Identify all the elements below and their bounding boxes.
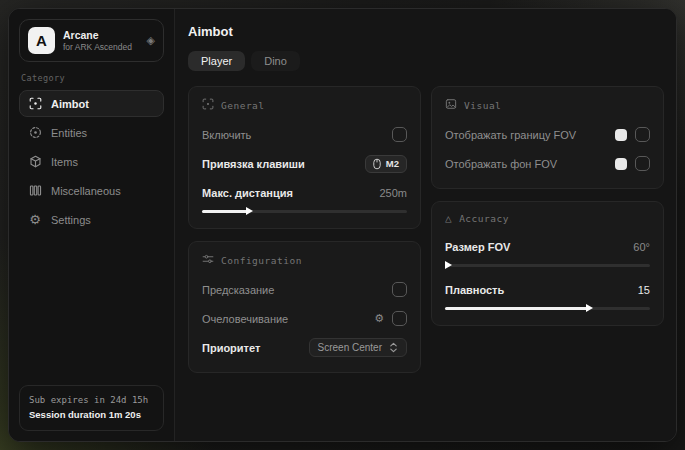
row-keybind: Привязка клавиши M2 bbox=[202, 152, 407, 175]
panel-visual-header: Visual bbox=[445, 98, 650, 112]
panel-general: General Включить Привязка клавиши M2 bbox=[188, 86, 421, 229]
sidebar-item-label: Items bbox=[51, 156, 78, 168]
panel-configuration-header: Configuration bbox=[202, 253, 407, 267]
sidebar-item-label: Settings bbox=[51, 214, 91, 226]
brand-text: Arcane for ARK Ascended bbox=[63, 29, 139, 53]
triangle-icon: △ bbox=[445, 213, 452, 224]
keybind-button[interactable]: M2 bbox=[365, 155, 407, 173]
panel-accuracy-header: △ Accuracy bbox=[445, 213, 650, 224]
sidebar-nav: Aimbot Entities Items Miscellaneous bbox=[19, 90, 164, 233]
sidebar-item-settings[interactable]: ⚙ Settings bbox=[19, 206, 164, 233]
panel-title: Visual bbox=[464, 100, 501, 111]
smoothness-slider[interactable] bbox=[445, 304, 650, 312]
smoothness-label: Плавность bbox=[445, 284, 638, 296]
sidebar-item-miscellaneous[interactable]: Miscellaneous bbox=[19, 177, 164, 204]
sidebar: A Arcane for ARK Ascended ◈ Category Aim… bbox=[9, 9, 175, 441]
slider-fill bbox=[445, 307, 589, 310]
brand-subtitle: for ARK Ascended bbox=[63, 42, 139, 53]
main-content: Aimbot Player Dino General Включить bbox=[175, 9, 676, 441]
panel-general-header: General bbox=[202, 98, 407, 112]
fov-background-checkbox[interactable] bbox=[635, 156, 650, 171]
priority-value: Screen Center bbox=[318, 342, 382, 353]
row-fov-border: Отображать границу FOV bbox=[445, 123, 650, 146]
page-title: Aimbot bbox=[188, 24, 664, 39]
prediction-label: Предсказание bbox=[202, 284, 392, 296]
sidebar-item-aimbot[interactable]: Aimbot bbox=[19, 90, 164, 117]
humanization-label: Очеловечивание bbox=[202, 313, 374, 325]
row-humanization: Очеловечивание ⚙ bbox=[202, 307, 407, 330]
brand-logo: A bbox=[28, 27, 55, 54]
humanization-checkbox[interactable] bbox=[392, 311, 407, 326]
cube-icon bbox=[28, 155, 42, 169]
sidebar-item-label: Miscellaneous bbox=[51, 185, 121, 197]
panel-title: General bbox=[221, 100, 265, 111]
tab-player[interactable]: Player bbox=[188, 51, 245, 71]
category-label: Category bbox=[21, 73, 162, 83]
sidebar-item-label: Aimbot bbox=[51, 98, 89, 110]
brand-card: A Arcane for ARK Ascended ◈ bbox=[19, 19, 164, 62]
slider-fill bbox=[202, 210, 249, 213]
priority-select[interactable]: Screen Center bbox=[309, 338, 407, 357]
fov-size-label: Размер FOV bbox=[445, 241, 633, 253]
sidebar-item-items[interactable]: Items bbox=[19, 148, 164, 175]
row-fov-size: Размер FOV 60° bbox=[445, 235, 650, 258]
fov-size-value: 60° bbox=[633, 241, 650, 253]
scan-icon bbox=[202, 98, 214, 112]
crosshair-icon bbox=[28, 97, 42, 111]
prediction-checkbox[interactable] bbox=[392, 282, 407, 297]
unfold-icon bbox=[389, 342, 398, 353]
row-smoothness: Плавность 15 bbox=[445, 278, 650, 301]
radar-icon bbox=[28, 126, 42, 140]
sub-expires-text: Sub expires in 24d 15h bbox=[29, 394, 154, 408]
tab-bar: Player Dino bbox=[188, 51, 664, 71]
row-priority: Приоритет Screen Center bbox=[202, 336, 407, 359]
session-duration-text: Session duration 1m 20s bbox=[29, 408, 154, 422]
keybind-value: M2 bbox=[386, 158, 399, 169]
fov-border-color-swatch[interactable] bbox=[615, 129, 627, 141]
fov-border-label: Отображать границу FOV bbox=[445, 129, 615, 141]
enable-label: Включить bbox=[202, 129, 392, 141]
slider-thumb[interactable] bbox=[246, 207, 253, 215]
row-fov-background: Отображать фон FOV bbox=[445, 152, 650, 175]
row-enable: Включить bbox=[202, 123, 407, 146]
columns-icon bbox=[28, 184, 42, 198]
max-distance-label: Макс. дистанция bbox=[202, 187, 379, 199]
slider-track bbox=[445, 264, 650, 267]
fov-size-slider[interactable] bbox=[445, 261, 650, 269]
sidebar-item-label: Entities bbox=[51, 127, 87, 139]
keybind-label: Привязка клавиши bbox=[202, 158, 365, 170]
enable-checkbox[interactable] bbox=[392, 127, 407, 142]
slider-fill bbox=[445, 264, 448, 267]
fov-border-checkbox[interactable] bbox=[635, 127, 650, 142]
subscription-card: Sub expires in 24d 15h Session duration … bbox=[19, 385, 164, 431]
brand-title: Arcane bbox=[63, 29, 139, 42]
panel-title: Accuracy bbox=[459, 213, 509, 224]
image-icon bbox=[445, 98, 457, 112]
panel-accuracy: △ Accuracy Размер FOV 60° Плавно bbox=[431, 201, 664, 326]
panel-configuration: Configuration Предсказание Очеловечивани… bbox=[188, 241, 421, 373]
row-max-distance: Макс. дистанция 250m bbox=[202, 181, 407, 204]
slider-thumb[interactable] bbox=[586, 304, 593, 312]
panel-title: Configuration bbox=[221, 255, 302, 266]
row-prediction: Предсказание bbox=[202, 278, 407, 301]
panel-visual: Visual Отображать границу FOV Отображать… bbox=[431, 86, 664, 189]
priority-label: Приоритет bbox=[202, 342, 309, 354]
max-distance-slider[interactable] bbox=[202, 207, 407, 215]
sidebar-item-entities[interactable]: Entities bbox=[19, 119, 164, 146]
fov-background-label: Отображать фон FOV bbox=[445, 158, 615, 170]
humanization-settings-icon[interactable]: ⚙ bbox=[374, 312, 384, 325]
max-distance-value: 250m bbox=[379, 187, 407, 199]
gear-icon: ⚙ bbox=[28, 213, 42, 227]
tune-icon bbox=[202, 253, 214, 267]
app-window: A Arcane for ARK Ascended ◈ Category Aim… bbox=[8, 8, 677, 442]
smoothness-value: 15 bbox=[638, 284, 650, 296]
diamond-target-icon[interactable]: ◈ bbox=[147, 34, 155, 47]
slider-thumb[interactable] bbox=[445, 261, 452, 269]
mouse-icon bbox=[373, 158, 381, 170]
fov-background-color-swatch[interactable] bbox=[615, 158, 627, 170]
tab-dino[interactable]: Dino bbox=[251, 51, 300, 71]
